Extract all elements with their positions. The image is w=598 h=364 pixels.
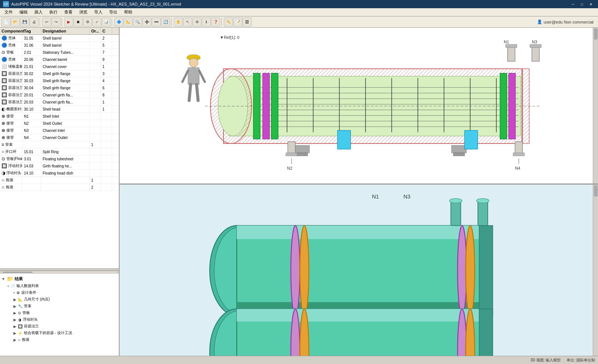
- table-row[interactable]: 🔵 壳体 31.06 Shell barrel 5: [0, 42, 119, 49]
- measure-button[interactable]: 📏: [224, 18, 233, 27]
- save-button[interactable]: 💾: [20, 18, 29, 27]
- table-row[interactable]: ≡ 管束 1: [0, 141, 119, 148]
- td-or: [90, 163, 101, 169]
- menu-item-编辑[interactable]: 编辑: [16, 9, 31, 16]
- tree-item[interactable]: • 📄 输入数据列表: [1, 283, 117, 289]
- tree-expand-icon[interactable]: ▶: [13, 297, 16, 302]
- zoom-fit-button[interactable]: 🔍: [133, 18, 142, 27]
- select-button[interactable]: ↖: [183, 18, 192, 27]
- zoom-in-button[interactable]: ➕: [142, 18, 151, 27]
- info-button[interactable]: ℹ: [202, 18, 211, 27]
- run-button[interactable]: ▶: [64, 18, 73, 27]
- calc-button[interactable]: ⚙: [83, 18, 92, 27]
- table-row[interactable]: ⊙ 管板 2.01 Stationary Tubes... 7: [0, 49, 119, 56]
- table-row[interactable]: 🔲 容器法兰 30.03 Shell girth flange 4: [0, 77, 119, 84]
- left-h-scrollbar[interactable]: [0, 271, 119, 274]
- print-button[interactable]: 🖨: [30, 18, 38, 27]
- table-row[interactable]: ⬜ 堵板盖板 21.01 Channel cover 1: [0, 63, 119, 70]
- window-controls: ─ □ ✕: [569, 1, 595, 7]
- table-row[interactable]: ○ 开口环 15.01 Split Ring: [0, 148, 119, 155]
- report-button[interactable]: 📊: [102, 18, 111, 27]
- td-c: 8: [101, 92, 112, 98]
- redo-button[interactable]: ↪: [52, 18, 61, 27]
- table-row[interactable]: ⊕ 接管 N3 Channel Inlet: [0, 127, 119, 134]
- stop-button[interactable]: ⏹: [74, 18, 83, 27]
- maximize-button[interactable]: □: [578, 1, 586, 7]
- table-row[interactable]: ⊕ 接管 N4 Channel Outlet: [0, 134, 119, 141]
- pan-button[interactable]: ✋: [174, 18, 183, 27]
- export-img-button[interactable]: 🖼: [243, 18, 252, 27]
- rotate-button[interactable]: 🔄: [161, 18, 170, 27]
- svg-point-70: [300, 226, 309, 316]
- tree-item[interactable]: ▶ 📐 几何尺寸 (内压): [1, 296, 117, 303]
- table-row[interactable]: 🔲 容器法兰 20.03 Channel girth fla... 1: [0, 99, 119, 106]
- tree-item[interactable]: ▶ ∩ 鞍座: [1, 336, 117, 343]
- td-component: 🔲 容器法兰: [0, 77, 22, 84]
- user-info: 👤 user@edu Non commercial: [534, 19, 597, 24]
- tree-item[interactable]: ▶ ◑ 浮动封头: [1, 316, 117, 323]
- menu-item-文件[interactable]: 文件: [1, 9, 16, 16]
- table-row[interactable]: ∩ 鞍座 2: [0, 184, 119, 191]
- menu-item-执行[interactable]: 执行: [46, 9, 61, 16]
- annotation-button[interactable]: 📝: [233, 18, 242, 27]
- td-designation: Girth floating he...: [41, 163, 90, 169]
- menu-item-查看[interactable]: 查看: [61, 9, 75, 16]
- table-row[interactable]: 🔵 壳体 20.06 Channel barrel 9: [0, 56, 119, 63]
- menu-item-导出[interactable]: 导出: [106, 9, 120, 16]
- tree-expand-icon[interactable]: ▶: [13, 318, 16, 322]
- view3d-button[interactable]: 🔷: [114, 18, 123, 27]
- component-table[interactable]: Component Tag Designation Or... C 🔵 壳体 3…: [0, 28, 119, 268]
- table-row[interactable]: ⊙ 管板(Floating) 3.01 Floating tubesheet: [0, 155, 119, 163]
- tree-expand-icon[interactable]: ▶: [13, 338, 16, 342]
- menu-item-导入[interactable]: 导入: [91, 9, 105, 16]
- component-text: 接管: [6, 114, 14, 119]
- new-button[interactable]: 📄: [1, 18, 10, 27]
- td-or: [90, 106, 101, 112]
- tree-icon: ∩: [18, 338, 21, 342]
- table-row[interactable]: ⊕ 接管 N1 Shell Inlet: [0, 113, 119, 120]
- tree-item[interactable]: • ⚙ 设计条件: [1, 289, 117, 296]
- help-button[interactable]: ❓: [211, 18, 220, 27]
- minimize-button[interactable]: ─: [569, 1, 577, 7]
- tree-item[interactable]: ▶ ⚡ 组合荷载下的容器 - 设计工况: [1, 330, 117, 336]
- table-row[interactable]: ◑ 浮动封头 14.10 Floating head dish: [0, 170, 119, 177]
- zoom-out-button[interactable]: ➖: [152, 18, 161, 27]
- tree-expand-icon[interactable]: •: [7, 284, 9, 288]
- view2d-button[interactable]: 📐: [124, 18, 133, 27]
- 2d-v-scrollbar[interactable]: [593, 28, 598, 185]
- table-row[interactable]: 🔲 容器法兰 30.02 Shell girth flange 3: [0, 70, 119, 77]
- table-row[interactable]: ∩ 鞍座 1: [0, 177, 119, 184]
- settings-button[interactable]: ⚙: [192, 18, 201, 27]
- close-button[interactable]: ✕: [587, 1, 595, 7]
- table-row[interactable]: ⊕ 接管 N2 Shell Outlet: [0, 120, 119, 127]
- tree-expand-icon[interactable]: •: [13, 291, 15, 295]
- tree-item[interactable]: ▶ 🔲 容器法兰: [1, 323, 117, 330]
- component-text: 堵板盖板: [8, 64, 22, 69]
- table-row[interactable]: 🔲 浮动封头法兰 14.03 Girth floating he...: [0, 163, 119, 170]
- table-row[interactable]: 🔲 容器法兰 20.01 Channel girth fla... 8: [0, 92, 119, 99]
- open-button[interactable]: 📂: [11, 18, 20, 27]
- check-button[interactable]: ✓: [92, 18, 101, 27]
- menu-item-插入[interactable]: 插入: [31, 9, 46, 16]
- menu-item-浏览[interactable]: 浏览: [76, 9, 90, 16]
- table-row[interactable]: 🔵 壳体 31.05 Shell barrel 2: [0, 35, 119, 42]
- tree-expand-icon[interactable]: ▶: [13, 311, 16, 315]
- tree-expand-icon[interactable]: ▶: [13, 304, 16, 308]
- tree-expand-icon[interactable]: ▶: [13, 324, 16, 328]
- table-row[interactable]: 🔲 容器法兰 30.04 Shell girth flange 6: [0, 84, 119, 92]
- tree-expand-icon[interactable]: ▶: [13, 331, 16, 335]
- 3d-v-scrollbar[interactable]: [593, 185, 598, 356]
- results-tree[interactable]: ▼ 📁 结果 • 📄 输入数据列表 • ⚙ 设计条件 ▶ 📐 几何尺寸 (内压)…: [0, 274, 119, 356]
- toolbar-sep-5: [221, 18, 223, 26]
- td-component: ○ 开口环: [0, 148, 22, 155]
- undo-button[interactable]: ↩: [42, 18, 51, 27]
- table-row[interactable]: ◐ 椭圆形封头 30.10 Shell head 1: [0, 106, 119, 113]
- td-tag: 31.05: [22, 35, 41, 41]
- component-icon: ∩: [1, 178, 5, 183]
- svg-rect-52: [337, 130, 351, 149]
- menu-item-帮助[interactable]: 帮助: [121, 9, 135, 16]
- tree-item[interactable]: ▶ ⊙ 管板: [1, 309, 117, 316]
- root-expand-icon[interactable]: ▼: [1, 277, 5, 281]
- tree-item[interactable]: ▶ 🔧 管束: [1, 303, 117, 309]
- results-root[interactable]: ▼ 📁 结果: [1, 275, 117, 283]
